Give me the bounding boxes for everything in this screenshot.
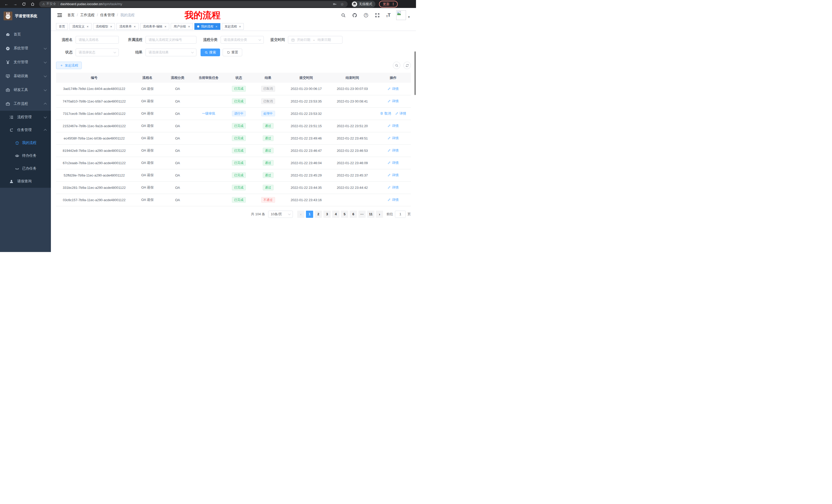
close-tab-icon[interactable]: × bbox=[110, 25, 112, 29]
sidebar-item[interactable]: 我的流程 bbox=[0, 136, 51, 149]
refresh-table-button[interactable] bbox=[404, 62, 411, 69]
back-icon[interactable]: ← bbox=[3, 1, 10, 7]
page-number-button[interactable]: 2 bbox=[315, 211, 322, 218]
github-icon[interactable] bbox=[352, 13, 357, 18]
collapse-sidebar-icon[interactable] bbox=[57, 12, 62, 18]
result-select[interactable]: 请选择流结果 bbox=[146, 49, 197, 56]
cell-actions: 取消 详情 bbox=[375, 107, 411, 120]
sidebar-item[interactable]: 基础设施 bbox=[0, 69, 51, 83]
cell-current-task[interactable] bbox=[192, 194, 225, 206]
app-logo-row[interactable]: 芋道管理系统 bbox=[0, 8, 51, 24]
close-tab-icon[interactable]: × bbox=[87, 25, 89, 29]
detail-action-link[interactable]: 详情 bbox=[387, 161, 398, 165]
detail-action-link[interactable]: 详情 bbox=[387, 87, 398, 91]
sidebar-item[interactable]: 请假查询 bbox=[0, 175, 51, 188]
category-select[interactable]: 请选择流程分类 bbox=[220, 36, 264, 44]
detail-action-link[interactable]: 详情 bbox=[387, 136, 398, 141]
cell-current-task[interactable] bbox=[192, 132, 225, 144]
detail-action-link[interactable]: 详情 bbox=[387, 148, 398, 153]
font-size-icon[interactable]: тT bbox=[386, 12, 391, 18]
sidebar-item[interactable]: 支付管理 bbox=[0, 55, 51, 69]
detail-action-link[interactable]: 详情 bbox=[387, 198, 398, 202]
close-tab-icon[interactable]: × bbox=[134, 25, 136, 29]
sidebar-item[interactable]: 待办任务 bbox=[0, 149, 51, 162]
close-tab-icon[interactable]: × bbox=[164, 25, 166, 29]
close-tab-icon[interactable]: × bbox=[188, 25, 190, 29]
home-icon[interactable] bbox=[29, 1, 36, 7]
search-button[interactable]: 搜索 bbox=[201, 49, 220, 56]
breadcrumb-item[interactable]: 工作流程 bbox=[80, 13, 100, 18]
reset-button[interactable]: 重置 bbox=[223, 49, 242, 56]
sidebar-item[interactable]: 任务管理 bbox=[0, 123, 51, 136]
owner-process-input[interactable]: 请输入流程定义的编号 bbox=[146, 36, 197, 44]
page-number-button[interactable]: 1 bbox=[306, 211, 313, 218]
page-number-button[interactable]: 5 bbox=[341, 211, 348, 218]
url-bar[interactable]: ⚠ 不安全 dashboard.yudao.iocoder.cn/bpm/tas… bbox=[39, 1, 347, 7]
sidebar-item[interactable]: 研发工具 bbox=[0, 83, 51, 97]
cell-current-task[interactable] bbox=[192, 169, 225, 181]
user-avatar-menu[interactable]: ▼ bbox=[396, 10, 410, 20]
scrollbar-thumb[interactable] bbox=[414, 51, 416, 95]
view-tab[interactable]: 流程表单 × bbox=[116, 23, 138, 30]
view-tab[interactable]: 流程表单-编辑 × bbox=[140, 23, 170, 30]
sidebar-item[interactable]: 已办任务 bbox=[0, 162, 51, 175]
next-page-button[interactable]: › bbox=[376, 211, 383, 218]
close-tab-icon[interactable]: × bbox=[239, 25, 241, 29]
detail-action-link[interactable]: 详情 bbox=[387, 123, 398, 128]
detail-action-link[interactable]: 详情 bbox=[395, 111, 406, 116]
view-tab[interactable]: 流程定义 × bbox=[70, 23, 92, 30]
cancel-action-link[interactable]: 取消 bbox=[380, 111, 391, 116]
view-tab[interactable]: 流程模型 × bbox=[93, 23, 115, 30]
goto-page-input[interactable] bbox=[395, 211, 406, 218]
password-key-icon[interactable] bbox=[333, 2, 337, 6]
divider bbox=[58, 2, 58, 6]
detail-action-link[interactable]: 详情 bbox=[387, 99, 398, 104]
cell-current-task[interactable] bbox=[192, 157, 225, 169]
cell-current-task[interactable]: 一级审批 bbox=[192, 107, 225, 120]
page-number-button[interactable]: 11 bbox=[367, 211, 374, 218]
view-tab[interactable]: 首页 × bbox=[56, 23, 68, 30]
status-badge: 已完成 bbox=[232, 123, 246, 129]
process-name-input[interactable]: 请输入流程名 bbox=[76, 36, 119, 44]
breadcrumb-item[interactable]: 首页 bbox=[67, 13, 80, 18]
browser-menu-icon[interactable]: ⋮ bbox=[392, 2, 395, 6]
cell-end-time: 2022-01-22 23:46:09 bbox=[329, 157, 375, 169]
cell-current-task[interactable] bbox=[192, 144, 225, 157]
cell-current-task[interactable] bbox=[192, 95, 225, 107]
page-size-select[interactable]: 10条/页 bbox=[268, 211, 293, 218]
search-icon[interactable] bbox=[341, 13, 346, 18]
sidebar-item[interactable]: 流程管理 bbox=[0, 111, 51, 123]
submit-time-range-picker[interactable]: 开始日期 - 结束日期 bbox=[288, 36, 342, 44]
show-search-button[interactable] bbox=[393, 62, 400, 69]
cell-current-task[interactable] bbox=[192, 120, 225, 132]
sidebar-item[interactable]: 工作流程 bbox=[0, 97, 51, 111]
page-number-button[interactable]: 6 bbox=[350, 211, 357, 218]
view-tab[interactable]: 我的流程 × bbox=[194, 23, 220, 30]
update-browser-button[interactable]: 更新 ⋮ bbox=[379, 1, 398, 7]
page-number-button[interactable]: ··· bbox=[358, 211, 366, 218]
view-tab[interactable]: 用户分组 × bbox=[171, 23, 193, 30]
view-tab[interactable]: 发起流程 × bbox=[222, 23, 244, 30]
security-warning[interactable]: ⚠ 不安全 bbox=[42, 2, 56, 6]
cell-current-task[interactable] bbox=[192, 181, 225, 194]
sidebar-menu: 首页 系统管理 支付管理 基础设施 bbox=[0, 27, 51, 188]
fullscreen-icon[interactable] bbox=[375, 13, 380, 18]
sidebar-item[interactable]: 首页 bbox=[0, 27, 51, 41]
help-icon[interactable]: ? bbox=[364, 13, 368, 18]
bookmark-star-icon[interactable]: ☆ bbox=[340, 2, 344, 6]
breadcrumb-item[interactable]: 任务管理 bbox=[100, 13, 120, 18]
close-tab-icon[interactable]: × bbox=[215, 25, 217, 29]
prev-page-button[interactable]: ‹ bbox=[297, 211, 305, 218]
reload-icon[interactable] bbox=[21, 1, 27, 7]
cell-current-task[interactable] bbox=[192, 83, 225, 95]
create-process-button[interactable]: ＋ 发起流程 bbox=[56, 62, 82, 69]
detail-action-link[interactable]: 详情 bbox=[387, 173, 398, 177]
sidebar-item[interactable]: 系统管理 bbox=[0, 41, 51, 55]
page-number-button[interactable]: 3 bbox=[323, 211, 331, 218]
page-number-button[interactable]: 4 bbox=[332, 211, 339, 218]
status-select[interactable]: 请选择状态 bbox=[76, 49, 119, 56]
detail-action-link[interactable]: 详情 bbox=[387, 185, 398, 190]
cell-result: 通过 bbox=[253, 157, 283, 169]
breadcrumb-item[interactable]: 我的流程 bbox=[120, 13, 135, 18]
forward-icon[interactable]: → bbox=[12, 1, 19, 7]
